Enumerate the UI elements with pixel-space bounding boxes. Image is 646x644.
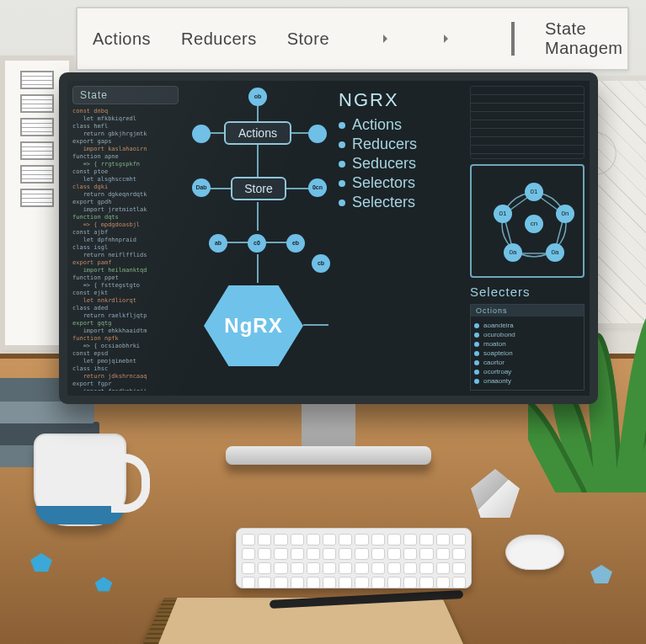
keyboard: document.write(Array.from({length:56}).m… xyxy=(236,528,472,588)
diagram-node xyxy=(308,125,327,143)
diagram-node: ab xyxy=(209,234,227,253)
selectors-panel: Octions aoandeira ocurobond moaton soapt… xyxy=(470,304,585,391)
poster-top: Actions Reducers Store State Managem xyxy=(76,7,629,71)
code-pane: State const dnbq let mfkbkiqredlclass hm… xyxy=(72,86,179,391)
mouse xyxy=(505,535,564,570)
poster-label-actions: Actions xyxy=(93,29,151,49)
monitor-stand-base xyxy=(226,446,431,465)
graph-node: 01 xyxy=(525,183,543,201)
poster-label-reducers: Reducers xyxy=(181,29,257,49)
poster-label-state: State Managem xyxy=(545,19,622,58)
diagram-node: ob xyxy=(248,88,267,106)
selectors-panel-item: ocortroay xyxy=(474,368,580,375)
diagram-node: 0cn xyxy=(308,178,327,197)
store-box: Store xyxy=(231,177,286,200)
graph-node: 01 xyxy=(494,205,512,223)
coffee-mug xyxy=(34,434,126,526)
cube-icon xyxy=(419,24,423,53)
pseudo-text-block xyxy=(470,86,585,159)
monitor-stand-neck xyxy=(302,404,355,451)
concept-item: Selectors xyxy=(339,174,465,192)
concepts-list: Actions Reducers Seducers Selectors Sele… xyxy=(339,116,465,211)
side-pane: 01 0n 0a 0a 01 cn Selecters Octions aoan… xyxy=(470,86,585,391)
selectors-panel-item: aoandeira xyxy=(474,322,580,329)
selectors-panel-item: moaton xyxy=(474,340,580,348)
graph-node: 0a xyxy=(504,243,522,262)
selectors-panel-item: caortor xyxy=(474,359,580,366)
diagram-node: eb xyxy=(286,234,305,253)
selectors-panel-header: Octions xyxy=(471,305,584,317)
concept-item: Actions xyxy=(339,116,465,134)
monitor: State const dnbq let mfkbkiqredlclass hm… xyxy=(59,72,598,404)
screen: State const dnbq let mfkbkiqredlclass hm… xyxy=(67,81,590,396)
concept-item: Selecters xyxy=(339,194,465,211)
stripes-icon xyxy=(511,22,515,56)
actions-box: Actions xyxy=(224,121,291,145)
graph-node: 0a xyxy=(546,243,564,262)
ngrx-hex-label: NgRX xyxy=(224,314,282,338)
diagram-node: c0 xyxy=(248,234,266,253)
graph-node: 0n xyxy=(556,205,574,223)
diagram-pane: ob Actions Dab 0cn Store ab c0 eb cb NgR… xyxy=(184,86,334,391)
code-header: State xyxy=(72,86,179,104)
poster-label-store: Store xyxy=(287,29,329,49)
concept-item: Reducers xyxy=(339,136,465,153)
diagram-node: cb xyxy=(312,254,330,273)
selectors-panel-item: onaaonty xyxy=(474,377,580,385)
diagram-node xyxy=(192,125,211,143)
concepts-pane: NGRX Actions Reducers Seducers Selectors… xyxy=(339,86,465,391)
cube-icon xyxy=(358,24,362,53)
selectors-panel-item: ocurobond xyxy=(474,331,580,338)
concept-item: Seducers xyxy=(339,155,465,173)
selectors-heading: Selecters xyxy=(470,285,585,299)
selectors-panel-item: soapteion xyxy=(474,349,580,357)
concepts-title: NGRX xyxy=(339,89,465,111)
graph-card: 01 0n 0a 0a 01 cn xyxy=(470,164,585,278)
graph-node: cn xyxy=(525,215,543,233)
code-lines: const dnbq let mfkbkiqredlclass hmfl ret… xyxy=(72,108,179,391)
diagram-node: Dab xyxy=(192,178,211,197)
